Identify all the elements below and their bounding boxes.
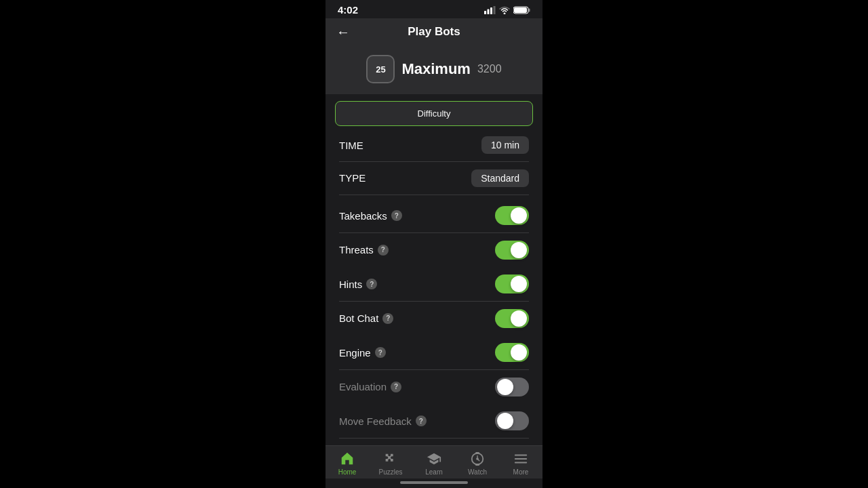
- bot-chat-knob: [511, 310, 527, 327]
- bot-chat-label: Bot Chat: [339, 312, 378, 324]
- move-feedback-knob: [497, 413, 513, 429]
- bottom-nav: Home Puzzles Learn Watch: [326, 445, 542, 479]
- toggles-section: Takebacks ? Threats ?: [326, 195, 542, 445]
- home-bar: [400, 481, 468, 484]
- svg-rect-1: [488, 9, 490, 14]
- svg-rect-10: [475, 464, 479, 466]
- engine-help-icon[interactable]: ?: [375, 347, 386, 358]
- move-feedback-label: Move Feedback: [339, 415, 412, 427]
- takebacks-row: Takebacks ?: [326, 199, 542, 232]
- bot-name: Maximum: [401, 60, 470, 78]
- svg-rect-12: [515, 458, 527, 460]
- hints-toggle[interactable]: [495, 274, 529, 293]
- svg-rect-11: [515, 455, 527, 456]
- bot-chat-toggle[interactable]: [495, 309, 529, 328]
- move-feedback-row: Move Feedback ?: [326, 404, 542, 438]
- home-label: Home: [338, 468, 357, 476]
- svg-rect-0: [484, 11, 486, 14]
- engine-knob: [511, 344, 527, 361]
- svg-rect-5: [529, 8, 530, 12]
- nav-item-home[interactable]: Home: [326, 451, 369, 476]
- phone-container: 4:02 ← Pla: [326, 0, 542, 488]
- hints-label: Hints: [339, 279, 362, 290]
- scroll-area: Difficulty TIME 10 min TYPE Standard Tak…: [326, 94, 542, 445]
- back-button[interactable]: ←: [336, 24, 350, 40]
- status-icons: [484, 6, 530, 14]
- move-feedback-label-group: Move Feedback ?: [339, 415, 427, 427]
- threats-label: Threats: [339, 244, 374, 256]
- takebacks-help-icon[interactable]: ?: [391, 210, 402, 221]
- svg-rect-9: [475, 452, 479, 454]
- nav-item-puzzles[interactable]: Puzzles: [369, 451, 412, 476]
- watch-label: Watch: [468, 468, 487, 476]
- status-time: 4:02: [338, 4, 358, 16]
- puzzles-label: Puzzles: [378, 468, 402, 476]
- bot-icon: 25: [366, 55, 395, 83]
- type-row: TYPE Standard: [326, 162, 542, 195]
- status-bar: 4:02: [326, 0, 542, 18]
- evaluation-row: Evaluation ?: [326, 370, 542, 404]
- learn-label: Learn: [425, 468, 443, 476]
- evaluation-knob: [497, 379, 513, 395]
- threats-help-icon[interactable]: ?: [378, 245, 389, 256]
- threats-row: Threats ?: [326, 233, 542, 267]
- svg-rect-2: [490, 7, 492, 14]
- learn-icon: [427, 451, 441, 466]
- difficulty-bar[interactable]: Difficulty: [335, 101, 533, 126]
- type-value[interactable]: Standard: [471, 169, 529, 187]
- suggestions-row: Suggestions ?: [326, 439, 542, 446]
- move-feedback-toggle[interactable]: [495, 411, 529, 430]
- bot-chat-help-icon[interactable]: ?: [382, 313, 393, 324]
- bot-header: 25 Maximum 3200: [326, 45, 542, 94]
- more-label: More: [513, 468, 529, 476]
- time-label: TIME: [339, 140, 363, 151]
- takebacks-toggle[interactable]: [495, 206, 529, 225]
- threats-label-group: Threats ?: [339, 244, 389, 256]
- takebacks-label: Takebacks: [339, 210, 387, 222]
- signal-icon: [484, 6, 496, 14]
- bot-chat-row: Bot Chat ?: [326, 302, 542, 336]
- engine-row: Engine ?: [326, 336, 542, 369]
- bot-chat-label-group: Bot Chat ?: [339, 312, 393, 324]
- evaluation-help-icon[interactable]: ?: [391, 382, 401, 392]
- page-title: Play Bots: [408, 25, 460, 39]
- hints-knob: [511, 276, 527, 292]
- type-label: TYPE: [339, 172, 366, 184]
- svg-rect-6: [514, 7, 527, 13]
- svg-rect-3: [494, 6, 496, 14]
- evaluation-toggle[interactable]: [495, 378, 529, 396]
- takebacks-knob: [511, 207, 527, 224]
- svg-rect-13: [515, 462, 527, 464]
- takebacks-label-group: Takebacks ?: [339, 210, 402, 222]
- hints-row: Hints ?: [326, 267, 542, 301]
- hints-help-icon[interactable]: ?: [366, 279, 377, 289]
- nav-item-more[interactable]: More: [499, 451, 542, 476]
- engine-toggle[interactable]: [495, 343, 529, 362]
- evaluation-label: Evaluation: [339, 381, 387, 392]
- engine-label-group: Engine ?: [339, 347, 386, 359]
- nav-item-watch[interactable]: Watch: [456, 451, 499, 476]
- nav-header: ← Play Bots: [326, 18, 542, 45]
- time-row: TIME 10 min: [326, 129, 542, 161]
- home-icon: [340, 451, 355, 466]
- hints-label-group: Hints ?: [339, 279, 377, 290]
- wifi-icon: [499, 6, 510, 14]
- battery-icon: [513, 6, 530, 14]
- threats-toggle[interactable]: [495, 241, 529, 260]
- more-icon: [513, 451, 528, 466]
- move-feedback-help-icon[interactable]: ?: [416, 415, 427, 426]
- watch-icon: [470, 451, 485, 466]
- puzzles-icon: [383, 451, 398, 466]
- bot-rating: 3200: [477, 63, 502, 75]
- threats-knob: [511, 242, 527, 258]
- time-value[interactable]: 10 min: [481, 136, 529, 154]
- nav-item-learn[interactable]: Learn: [412, 451, 456, 476]
- evaluation-label-group: Evaluation ?: [339, 381, 401, 392]
- engine-label: Engine: [339, 347, 371, 359]
- home-indicator: [326, 479, 542, 488]
